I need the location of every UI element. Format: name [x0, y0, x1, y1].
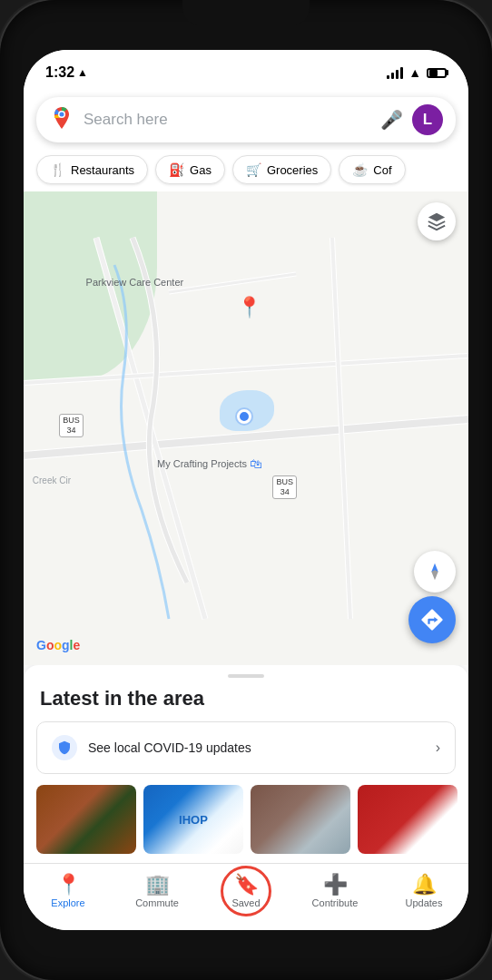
nav-item-updates[interactable]: 🔔 Updates: [379, 871, 468, 912]
route-badge-2: BUS34: [272, 475, 297, 499]
svg-line-7: [24, 356, 468, 383]
shop-icon: 🛍: [250, 456, 262, 471]
handle-bar: [228, 674, 264, 678]
thumbnail-3[interactable]: [251, 785, 350, 854]
mic-icon[interactable]: 🎤: [380, 109, 403, 131]
commute-icon: 🏢: [145, 875, 170, 895]
battery-icon: [427, 68, 447, 78]
nav-item-contribute[interactable]: ➕ Contribute: [290, 871, 379, 912]
svg-line-9: [169, 274, 296, 292]
phone-notch: [182, 0, 310, 25]
status-icons: ▲: [387, 65, 447, 80]
status-time: 1:32 ▲: [45, 64, 88, 81]
search-bar-container: Search here 🎤 L: [24, 90, 468, 150]
user-avatar[interactable]: L: [412, 104, 443, 135]
saved-icon: 🔖: [234, 875, 259, 895]
explore-label: Explore: [51, 897, 84, 908]
commute-label: Commute: [135, 897, 179, 908]
thumbnails-row: IHOP: [24, 785, 468, 863]
sheet-title: Latest in the area: [24, 687, 468, 721]
compass-button[interactable]: [414, 551, 456, 593]
parkview-label: Parkview Care Center: [86, 277, 184, 288]
maps-logo: [49, 105, 74, 134]
google-logo: Google: [36, 638, 80, 652]
route-badge-1: BUS34: [59, 414, 84, 437]
updates-label: Updates: [406, 897, 443, 908]
layers-button[interactable]: [418, 202, 456, 240]
nav-item-commute[interactable]: 🏢 Commute: [113, 871, 202, 912]
pill-coffee[interactable]: ☕ Cof: [339, 155, 405, 184]
directions-button[interactable]: [408, 596, 456, 643]
covid-shield-icon: [52, 735, 77, 760]
saved-label: Saved: [231, 897, 260, 908]
pill-restaurants[interactable]: 🍴 Restaurants: [36, 155, 148, 184]
bottom-nav: 📍 Explore 🏢 Commute 🔖 Saved ➕ Contribute…: [24, 863, 468, 930]
explore-icon: 📍: [56, 875, 81, 895]
wifi-icon: ▲: [408, 65, 421, 80]
category-pills: 🍴 Restaurants ⛽ Gas 🛒 Groceries ☕ Cof: [24, 150, 468, 191]
ihop-label: IHOP: [179, 813, 208, 827]
groceries-icon: 🛒: [246, 162, 261, 177]
gas-icon: ⛽: [169, 162, 184, 177]
contribute-label: Contribute: [312, 897, 359, 908]
signal-icon: [387, 66, 403, 79]
svg-point-1: [60, 113, 64, 117]
covid-card[interactable]: See local COVID-19 updates ›: [36, 721, 456, 774]
coffee-icon: ☕: [352, 162, 368, 177]
phone-screen: 1:32 ▲ ▲: [24, 50, 468, 930]
thumbnail-2[interactable]: IHOP: [143, 785, 243, 854]
restaurants-icon: 🍴: [50, 162, 65, 177]
nav-item-saved[interactable]: 🔖 Saved: [202, 871, 290, 912]
phone-frame: 1:32 ▲ ▲: [0, 0, 492, 980]
covid-text: See local COVID-19 updates: [88, 740, 425, 755]
status-bar: 1:32 ▲ ▲: [24, 50, 468, 90]
search-input[interactable]: Search here: [84, 111, 371, 129]
creek-label: Creek Cir: [33, 475, 71, 485]
sheet-handle[interactable]: [24, 665, 468, 687]
nav-item-explore[interactable]: 📍 Explore: [24, 871, 113, 912]
location-arrow-icon: ▲: [77, 66, 88, 79]
updates-icon: 🔔: [412, 875, 437, 895]
location-pin-icon: 📍: [237, 296, 261, 319]
crafting-label: My Crafting Projects 🛍: [157, 456, 262, 471]
thumbnail-1[interactable]: [36, 785, 136, 854]
bottom-sheet: Latest in the area See local COVID-19 up…: [24, 665, 468, 863]
search-bar[interactable]: Search here 🎤 L: [36, 97, 456, 142]
map-area[interactable]: 📍 BUS34 BUS34 Parkview Care Center My Cr…: [24, 191, 468, 665]
pill-gas[interactable]: ⛽ Gas: [155, 155, 225, 184]
thumbnail-4[interactable]: [358, 785, 458, 854]
contribute-icon: ➕: [323, 875, 348, 895]
pill-groceries[interactable]: 🛒 Groceries: [232, 155, 331, 184]
covid-arrow-icon: ›: [436, 740, 440, 756]
